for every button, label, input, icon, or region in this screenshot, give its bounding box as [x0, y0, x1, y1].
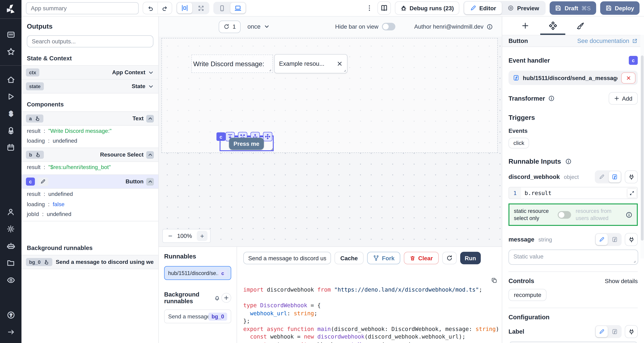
more-menu-button[interactable] [365, 4, 373, 12]
info-icon[interactable] [486, 24, 493, 30]
static-mode-button[interactable] [596, 171, 608, 182]
tab-styling[interactable] [568, 16, 594, 35]
sidebar-collapse-button[interactable] [0, 323, 22, 340]
tab-editor[interactable]: Editor [464, 2, 502, 14]
desktop-view-button[interactable] [230, 3, 246, 14]
fork-button[interactable]: Fork [367, 252, 400, 264]
component-row-b[interactable]: b Resource Select [22, 148, 158, 162]
info-icon[interactable] [626, 212, 632, 218]
clear-button[interactable]: Clear [404, 252, 439, 264]
add-background-runnable-button[interactable] [222, 293, 231, 303]
copy-code-icon[interactable] [491, 277, 497, 284]
chevron-down-icon[interactable] [148, 84, 154, 89]
static-mode-button[interactable] [596, 234, 608, 245]
remove-runnable-button[interactable] [621, 72, 636, 84]
output-row-ctx[interactable]: ctx App Context [22, 66, 158, 80]
add-transformer-button[interactable]: Add [609, 92, 638, 105]
chevron-up-icon[interactable] [146, 178, 154, 186]
static-mode-button[interactable] [596, 326, 608, 337]
connect-input-button[interactable] [625, 233, 638, 246]
sidebar-item-settings[interactable] [0, 220, 22, 238]
expression-editor[interactable]: 1 b.result [508, 187, 638, 199]
pencil-icon[interactable] [38, 178, 48, 186]
debug-runs-button[interactable]: Debug runs (23) [395, 1, 459, 15]
expand-editor-icon[interactable] [628, 189, 636, 198]
sidebar-item-favorites[interactable] [0, 43, 22, 60]
undo-button[interactable] [143, 2, 158, 14]
info-icon[interactable] [565, 158, 572, 164]
mobile-view-button[interactable] [214, 3, 230, 14]
deploy-button[interactable]: Deploy [600, 1, 640, 15]
code-editor[interactable]: import discordwebhook from "https://deno… [243, 270, 502, 343]
sidebar-item-schedules[interactable] [0, 139, 22, 156]
tab-component-settings[interactable] [540, 16, 566, 35]
windmill-logo[interactable] [5, 4, 16, 15]
scrollbar-thumb[interactable] [641, 56, 644, 240]
centered-layout-button[interactable] [177, 3, 192, 14]
full-width-layout-button[interactable] [193, 3, 208, 14]
redo-button[interactable] [158, 2, 172, 14]
event-click-pill[interactable]: click [508, 138, 529, 148]
canvas-viewport[interactable]: Write Discord message: Example resou... … [159, 37, 502, 246]
zoom-in-button[interactable]: + [197, 231, 208, 241]
message-static-value-input[interactable] [508, 250, 638, 265]
tab-insert-component[interactable] [512, 16, 538, 35]
runnable-name-input[interactable] [243, 252, 331, 264]
output-row-state[interactable]: state State [22, 80, 158, 94]
run-mode-dropdown[interactable]: once [248, 23, 270, 30]
recompute-pill[interactable]: recompute [508, 289, 547, 301]
refresh-count-box[interactable]: 1 [219, 20, 241, 33]
show-details-link[interactable]: Show details [605, 278, 638, 284]
search-outputs-input[interactable] [27, 35, 154, 48]
cache-button[interactable]: Cache [334, 252, 364, 264]
runnable-item-selected[interactable]: hub/1511/discord/se... c [164, 266, 231, 280]
sidebar-item-home[interactable] [0, 71, 22, 88]
sidebar-item-variables[interactable] [0, 105, 22, 122]
sidebar-item-audit[interactable] [0, 272, 22, 288]
component-row-c-selected[interactable]: c Button [22, 175, 158, 189]
chevron-up-icon[interactable] [146, 115, 154, 122]
zoom-out-button[interactable]: − [168, 232, 172, 240]
move-component-button[interactable] [263, 132, 272, 141]
bell-icon [214, 295, 220, 301]
resource-select-component[interactable]: Example resou... [274, 54, 348, 73]
run-button[interactable]: Run [460, 252, 480, 264]
save-draft-button[interactable]: Draft ⌘S [550, 1, 596, 15]
expression-mode-button[interactable] [609, 171, 621, 182]
app-summary-input[interactable] [26, 2, 139, 14]
sidebar-item-runs[interactable] [0, 88, 22, 105]
info-icon[interactable] [548, 95, 554, 102]
hide-bar-toggle[interactable] [382, 23, 396, 30]
background-runnable-item[interactable]: Send a message... bg_0 [164, 310, 231, 323]
docs-button[interactable] [377, 1, 391, 15]
sidebar-item-workers[interactable] [0, 238, 22, 254]
clear-selection-icon[interactable] [337, 61, 342, 67]
label-value-input[interactable]: Press me [508, 342, 638, 342]
tab-preview[interactable]: Preview [502, 2, 545, 14]
expand-arrows-icon [198, 5, 204, 12]
sidebar-item-resources[interactable] [0, 122, 22, 139]
sidebar-item-users[interactable] [0, 204, 22, 220]
chevron-down-icon[interactable] [148, 70, 154, 76]
resource-mode-toggle[interactable] [558, 211, 571, 218]
sidebar-item-help[interactable] [0, 306, 22, 323]
field-name: message [508, 236, 534, 243]
pencil-icon [599, 174, 605, 180]
background-runnable-row[interactable]: bg_0 Send a message to discord using web… [22, 255, 158, 269]
button-component[interactable]: Press me [229, 138, 264, 150]
sidebar-item-folders[interactable] [0, 254, 22, 272]
event-handler-runnable[interactable]: hub/1511/discord/send_a_message_... [508, 71, 638, 85]
text-component[interactable]: Write Discord message: [192, 54, 273, 73]
resize-handle-icon[interactable] [269, 146, 273, 151]
component-row-a[interactable]: a Text [22, 112, 158, 126]
connect-input-button[interactable] [625, 170, 638, 183]
resize-handle-icon[interactable] [342, 68, 346, 72]
expression-mode-button[interactable] [609, 234, 621, 245]
sidebar-item-apps[interactable] [0, 26, 22, 43]
connect-input-button[interactable] [625, 325, 638, 338]
see-documentation-link[interactable]: See documentation [577, 38, 638, 44]
refresh-code-button[interactable] [442, 252, 456, 264]
resize-handle-icon[interactable] [268, 68, 272, 72]
expression-mode-button[interactable] [609, 326, 621, 337]
chevron-up-icon[interactable] [146, 151, 154, 158]
